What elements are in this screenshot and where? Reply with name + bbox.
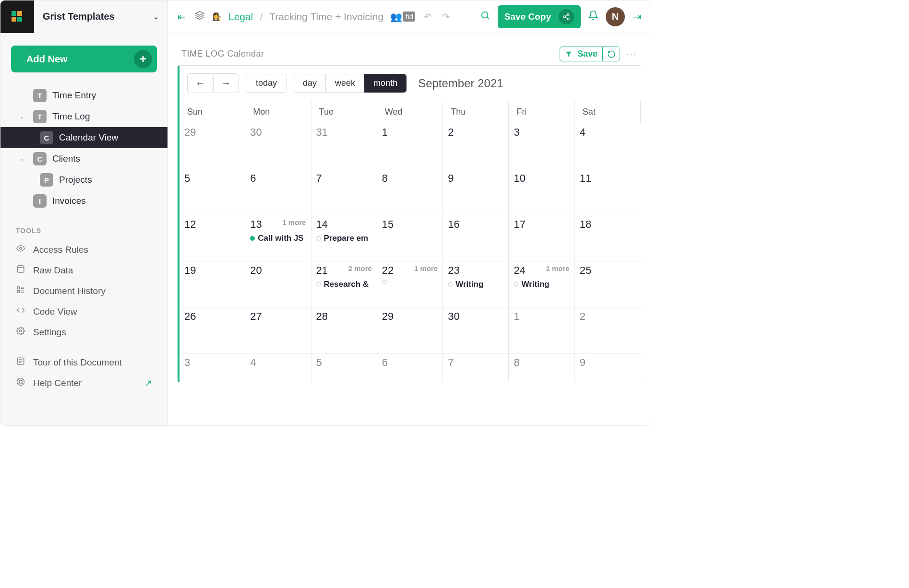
add-new-label: Add New [26,54,68,65]
calendar-day[interactable]: 2 [443,123,509,169]
history-icon [16,285,25,296]
calendar-day[interactable]: 8 [509,353,574,382]
calendar-event[interactable]: Research & [316,280,372,289]
save-copy-button[interactable]: Save Copy [498,5,581,28]
calendar-day[interactable]: 1 [509,307,574,353]
nav-item-invoices[interactable]: IInvoices [0,190,167,212]
calendar-day[interactable]: 9 [575,353,641,382]
calendar-day[interactable]: 4 [245,353,311,382]
more-badge[interactable]: 1 more [546,264,570,272]
more-badge[interactable]: 1 more [414,264,438,272]
tool-settings[interactable]: Settings [0,322,167,342]
today-button[interactable]: today [246,74,287,93]
breadcrumb-space[interactable]: Legal [228,11,253,23]
calendar-day[interactable]: 212 moreResearch & [311,261,377,307]
calendar-day[interactable]: 6 [245,169,311,215]
nav-item-projects[interactable]: PProjects [0,169,167,190]
calendar-day[interactable]: 30 [443,307,509,353]
calendar-day[interactable]: 2 [575,307,641,353]
calendar-day[interactable]: 25 [575,261,641,307]
revert-button[interactable] [603,47,620,61]
calendar-day[interactable]: 26 [179,307,245,353]
svg-rect-2 [17,287,20,289]
more-badge[interactable]: 1 more [282,218,306,226]
calendar-event[interactable] [382,280,438,284]
calendar-day[interactable]: 14Prepare em [311,215,377,261]
nav-item-time-entry[interactable]: TTime Entry [0,85,167,106]
view-month-button[interactable]: month [364,74,407,93]
calendar-day[interactable]: 27 [245,307,311,353]
avatar[interactable]: N [606,7,625,26]
tool-tour-of-this-document[interactable]: Tour of this Document [0,352,167,373]
calendar-day[interactable]: 7 [443,353,509,382]
share-icon[interactable] [559,9,574,24]
view-day-button[interactable]: day [294,74,326,93]
calendar-day[interactable]: 3 [179,353,245,382]
calendar-day[interactable]: 31 [311,123,377,169]
calendar-day[interactable]: 28 [311,307,377,353]
calendar-day[interactable]: 221 more [377,261,443,307]
app-logo[interactable] [0,0,34,33]
calendar-day[interactable]: 23Writing [443,261,509,307]
tool-document-history[interactable]: Document History [0,281,167,301]
calendar-day[interactable]: 5 [179,169,245,215]
tool-access-rules[interactable]: Access Rules [0,239,167,260]
calendar-event[interactable]: Call with JS [250,234,306,243]
redo-icon[interactable]: ↷ [440,11,452,23]
calendar-day[interactable]: 15 [377,215,443,261]
more-badge[interactable]: 2 more [348,264,372,272]
calendar-day[interactable]: 11 [575,169,641,215]
collapse-left-icon[interactable]: ⇤ [176,11,187,23]
tool-code-view[interactable]: Code View [0,301,167,322]
users-icon: 👥 [390,11,402,23]
calendar-day[interactable]: 6 [377,353,443,382]
calendar-day[interactable]: 29 [377,307,443,353]
tool-raw-data[interactable]: Raw Data [0,260,167,281]
calendar-event[interactable]: Writing [514,280,569,289]
calendar-day[interactable]: 10 [509,169,574,215]
calendar-day[interactable]: 7 [311,169,377,215]
calendar-event[interactable]: Prepare em [316,234,372,243]
calendar-day[interactable]: 9 [443,169,509,215]
section-menu-icon[interactable]: ⋯ [626,48,637,60]
chevron-down-icon: ⌄ [153,13,159,21]
calendar-day[interactable]: 3 [509,123,574,169]
calendar-day[interactable]: 16 [443,215,509,261]
search-icon[interactable] [479,10,491,23]
day-number: 12 [184,218,196,231]
bell-icon[interactable] [587,10,599,23]
add-new-button[interactable]: Add New + [11,46,157,72]
layers-icon[interactable] [194,11,205,23]
calendar-day[interactable]: 29 [179,123,245,169]
calendar-day[interactable]: 20 [245,261,311,307]
calendar-day[interactable]: 30 [245,123,311,169]
calendar-day[interactable]: 8 [377,169,443,215]
view-week-button[interactable]: week [326,74,364,93]
calendar-day[interactable]: 5 [311,353,377,382]
day-header: Wed [377,101,443,123]
collapse-right-icon[interactable]: ⇥ [632,11,643,23]
calendar-day[interactable]: 17 [509,215,574,261]
next-button[interactable]: → [213,73,239,93]
nav-item-time-log[interactable]: ⌄TTime Log [0,106,167,127]
calendar-day[interactable]: 19 [179,261,245,307]
day-number: 8 [514,356,519,369]
tool-help-center[interactable]: Help Center↗ [0,373,167,393]
event-dot-icon [316,282,321,287]
calendar-day[interactable]: 241 moreWriting [509,261,574,307]
save-view-button[interactable]: Save [560,47,603,61]
topbar: ⇤ 👩‍⚖️ Legal / Tracking Time + Invoicing… [168,0,651,33]
nav-item-label: Invoices [52,196,86,206]
calendar-event[interactable]: Writing [448,280,503,289]
nav-item-clients[interactable]: ⌄CClients [0,148,167,169]
users-indicator[interactable]: 👥 fid [390,11,415,23]
calendar-day[interactable]: 4 [575,123,641,169]
calendar-day[interactable]: 131 moreCall with JS [245,215,311,261]
workspace-switcher[interactable]: Grist Templates ⌄ [34,11,167,22]
undo-icon[interactable]: ↶ [422,11,433,23]
nav-item-calendar-view[interactable]: CCalendar View [0,127,167,148]
prev-button[interactable]: ← [187,73,213,93]
calendar-day[interactable]: 1 [377,123,443,169]
calendar-day[interactable]: 12 [179,215,245,261]
calendar-day[interactable]: 18 [575,215,641,261]
